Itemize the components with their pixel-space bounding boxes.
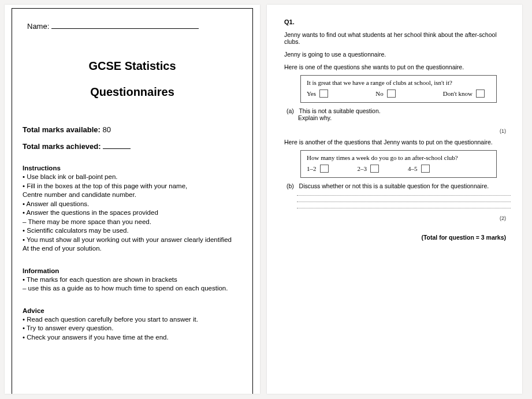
total-achieved-label: Total marks achieved: (23, 142, 103, 151)
box1-opt-label: Yes (307, 90, 316, 97)
question-number: Q1. (284, 18, 507, 25)
part-a-text-2: Explain why. (298, 114, 507, 121)
part-b: (b) Discuss whether or not this is a sui… (284, 182, 507, 189)
instruction-line: • Fill in the boxes at the top of this p… (23, 182, 242, 191)
advice-line: • Check your answers if you have time at… (23, 333, 242, 342)
instruction-line: • Answer all questions. (23, 200, 242, 209)
question-total: (Total for question = 3 marks) (284, 234, 506, 241)
instruction-line: Centre number and candidate number. (23, 191, 242, 200)
box2-opt-label: 2–3 (358, 165, 367, 172)
checkbox-icon[interactable] (319, 90, 328, 98)
information-line: • The marks for each question are shown … (23, 275, 242, 285)
advice-line: • Try to answer every question. (23, 324, 242, 333)
advice-list: • Read each question carefully before yo… (23, 315, 242, 342)
q1-intro-1: Jenny wants to find out what students at… (284, 31, 507, 45)
advice-heading: Advice (23, 307, 242, 314)
total-achieved-blank[interactable] (103, 142, 131, 149)
page-2: Q1. Jenny wants to find out what student… (267, 5, 522, 394)
questionnaire-box-1: It is great that we have a range of club… (300, 75, 497, 103)
page-2-content: Q1. Jenny wants to find out what student… (274, 8, 515, 394)
box1-options: Yes No Don't know (307, 90, 490, 98)
name-label: Name: (27, 22, 49, 31)
box2-options: 1–2 2–3 4–5 (307, 165, 490, 173)
name-blank[interactable] (51, 21, 199, 29)
title-block: GCSE Statistics Questionnaires (23, 59, 242, 99)
doc-title-2: Questionnaires (23, 85, 242, 99)
total-available-value: 80 (103, 125, 111, 134)
checkbox-icon[interactable] (387, 90, 396, 98)
answer-line[interactable] (297, 202, 511, 202)
part-b-text: Discuss whether or not this is a suitabl… (299, 182, 489, 189)
instruction-line: At the end of your solution. (23, 244, 242, 253)
box1-opt-label: No (375, 90, 383, 97)
information-heading: Information (23, 267, 242, 274)
part-a-marks: (1) (284, 128, 506, 134)
part-a-label: (a) (287, 107, 294, 114)
total-available-line: Total marks available: 80 (23, 125, 242, 134)
checkbox-icon[interactable] (320, 165, 329, 173)
page-1-frame: Name: GCSE Statistics Questionnaires Tot… (12, 8, 253, 394)
marks-block: Total marks available: 80 Total marks ac… (23, 125, 242, 151)
information-line: – use this as a guide as to how much tim… (23, 284, 242, 293)
document-viewport: Name: GCSE Statistics Questionnaires Tot… (0, 0, 532, 399)
checkbox-icon[interactable] (476, 90, 485, 98)
box1-opt-label: Don't know (443, 90, 473, 97)
answer-line[interactable] (297, 195, 511, 196)
information-list: • The marks for each question are shown … (23, 275, 242, 293)
box2-opt-label: 4–5 (408, 165, 418, 172)
q1-intro-3: Here is one of the questions she wants t… (284, 64, 507, 70)
instructions-heading: Instructions (23, 165, 242, 171)
q1-intro-2: Jenny is going to use a questionnaire. (284, 51, 507, 58)
checkbox-icon[interactable] (421, 165, 430, 173)
questionnaire-box-2: How many times a week do you go to an af… (300, 150, 497, 178)
answer-line[interactable] (297, 208, 511, 208)
doc-title-1: GCSE Statistics (23, 59, 242, 73)
instruction-line: • Use black ink or ball-point pen. (23, 173, 242, 182)
box2-opt-label: 1–2 (307, 165, 317, 172)
q1-intro-4: Here is another of the questions that Je… (284, 139, 507, 146)
name-row: Name: (27, 21, 242, 31)
total-available-label: Total marks available: (23, 125, 103, 134)
instruction-line: • Scientific calculators may be used. (23, 226, 242, 236)
total-achieved-line: Total marks achieved: (23, 142, 242, 151)
part-a-text-1: This is not a suitable question. (299, 107, 380, 114)
advice-line: • Read each question carefully before yo… (23, 315, 242, 325)
part-b-marks: (2) (284, 215, 506, 221)
instruction-line: • You must show all your working out wit… (23, 236, 242, 245)
box2-prompt: How many times a week do you go to an af… (307, 154, 490, 161)
part-a: (a) This is not a suitable question. Exp… (284, 107, 507, 121)
box1-prompt: It is great that we have a range of club… (307, 79, 490, 86)
page-1: Name: GCSE Statistics Questionnaires Tot… (5, 5, 260, 394)
instructions-list: • Use black ink or ball-point pen. • Fil… (23, 173, 242, 253)
instruction-line: • Answer the questions in the spaces pro… (23, 208, 242, 218)
instruction-line: – There may be more space than you need. (23, 218, 242, 227)
part-b-label: (b) (287, 182, 294, 189)
checkbox-icon[interactable] (370, 165, 379, 173)
